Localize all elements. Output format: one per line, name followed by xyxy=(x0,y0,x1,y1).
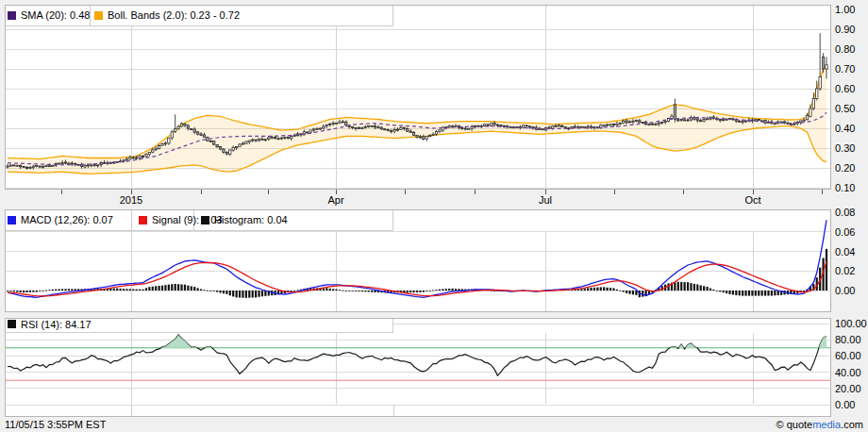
macd-axis-label: 0.00 xyxy=(835,285,867,297)
price-axis-label: 0.10 xyxy=(835,182,867,194)
date-axis-ticks xyxy=(61,190,822,195)
copyright-notice: © quotemedia.com xyxy=(776,419,863,430)
price-axis-label: 0.70 xyxy=(835,63,867,75)
rsi-legend-label: RSI (14): 84.17 xyxy=(21,319,92,330)
price-axis-label: 0.80 xyxy=(835,43,867,56)
price-axis-label: 0.60 xyxy=(835,83,867,95)
price-axis-label: 0.20 xyxy=(835,162,867,174)
legend-item-bollinger: Boll. Bands (2.0): 0.23 - 0.72 xyxy=(94,7,240,24)
histogram-legend-label: Histogram: 0.04 xyxy=(214,214,288,225)
macd-axis-label: 0.04 xyxy=(835,246,867,258)
quotemedia-link[interactable]: media xyxy=(812,419,841,430)
price-axis-label: 1.00 xyxy=(835,4,867,16)
price-axis-label: 0.40 xyxy=(835,123,867,135)
legend-item-macd: MACD (12,26): 0.07 xyxy=(8,211,113,228)
date-axis-label: Jul xyxy=(526,194,564,206)
legend-item-rsi: RSI (14): 84.17 xyxy=(8,317,92,331)
rsi-axis-label: 100.00 xyxy=(835,318,867,330)
rsi-axis-label: 60.00 xyxy=(835,350,867,362)
rsi-axis-label: 80.00 xyxy=(835,334,867,346)
date-axis-label: 2015 xyxy=(112,194,150,206)
macd-axis-label: 0.06 xyxy=(835,226,867,239)
copyright-prefix: © quote xyxy=(776,419,812,430)
legend-item-sma: SMA (20): 0.48 xyxy=(8,7,90,24)
rsi-axis-label: 40.00 xyxy=(835,367,867,379)
sma-legend-label: SMA (20): 0.48 xyxy=(21,9,90,21)
chart-canvas xyxy=(0,0,868,432)
macd-swatch-icon xyxy=(8,216,16,224)
histogram-swatch-icon xyxy=(201,216,209,224)
rsi-axis-label: 20.00 xyxy=(835,383,867,395)
copyright-suffix: .com xyxy=(841,419,863,430)
bollinger-legend-label: Boll. Bands (2.0): 0.23 - 0.72 xyxy=(108,9,240,21)
quote-timestamp: 11/05/15 3:55PM EST xyxy=(5,419,106,430)
macd-axis-label: 0.08 xyxy=(835,207,867,219)
legend-item-histogram: Histogram: 0.04 xyxy=(201,211,288,228)
date-axis-label: Apr xyxy=(317,194,355,206)
chart-page: SMA (20): 0.48 Boll. Bands (2.0): 0.23 -… xyxy=(0,0,868,432)
macd-axis-label: 0.02 xyxy=(835,265,867,277)
price-axis-label: 0.50 xyxy=(835,103,867,115)
sma-swatch-icon xyxy=(8,11,16,20)
rsi-axis-label: 0.00 xyxy=(835,399,867,411)
price-axis-label: 0.90 xyxy=(835,24,867,36)
signal-swatch-icon xyxy=(139,216,147,224)
price-axis-label: 0.30 xyxy=(835,142,867,155)
bollinger-swatch-icon xyxy=(94,11,103,20)
rsi-swatch-icon xyxy=(8,320,16,328)
macd-legend-label: MACD (12,26): 0.07 xyxy=(21,214,113,225)
date-axis-label: Oct xyxy=(734,194,772,206)
